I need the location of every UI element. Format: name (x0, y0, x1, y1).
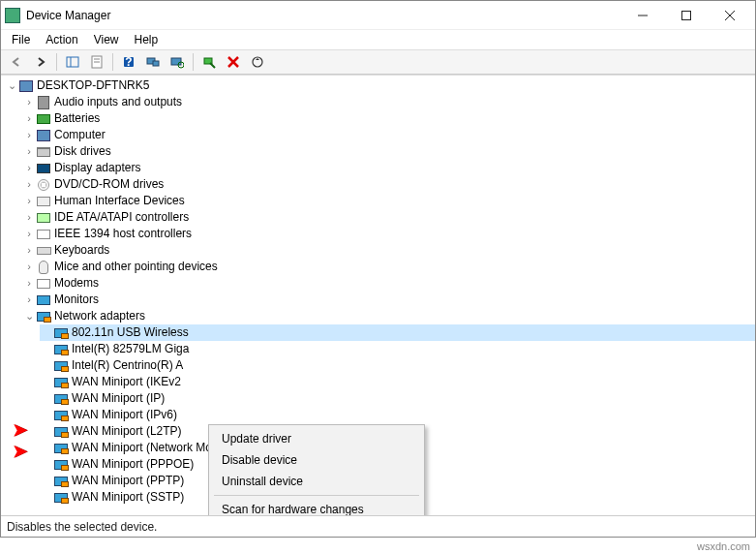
drive-icon (36, 144, 51, 160)
ide-icon (36, 210, 51, 226)
category-label: Modems (54, 275, 99, 292)
modem-icon (36, 276, 51, 292)
tree-device[interactable]: Intel(R) 82579LM Giga (40, 341, 755, 357)
tree-device[interactable]: WAN Miniport (IPv6) (40, 407, 755, 423)
chevron-right-icon[interactable]: › (22, 176, 36, 193)
battery-icon (36, 111, 51, 127)
close-button[interactable] (708, 2, 751, 29)
chevron-right-icon[interactable]: › (22, 275, 36, 292)
device-manager-window: Device Manager File Action View Help ? ⌄ (0, 0, 756, 538)
tree-category[interactable]: › Batteries (22, 110, 755, 127)
watermark: wsxdn.com (697, 540, 750, 552)
app-icon (5, 8, 20, 23)
ctx-scan-hardware[interactable]: Scan for hardware changes (212, 499, 421, 515)
help-icon[interactable]: ? (117, 51, 140, 73)
tree-category[interactable]: › Human Interface Devices (22, 193, 755, 209)
device-label: WAN Miniport (IP) (72, 390, 165, 407)
dvd-icon (36, 177, 51, 193)
tree-root[interactable]: ⌄ DESKTOP-DFTNRK5 (5, 77, 755, 94)
category-label: Batteries (54, 110, 100, 127)
toolbar: ? (1, 49, 755, 75)
expander-icon[interactable]: ⌄ (5, 77, 18, 94)
ctx-disable-device[interactable]: Disable device (212, 449, 421, 471)
1394-icon (36, 227, 51, 242)
computer-icon (36, 128, 51, 143)
category-label: Computer (54, 127, 106, 143)
scan-hardware-icon[interactable] (166, 51, 189, 73)
chevron-right-icon[interactable]: › (22, 94, 36, 110)
device-label: 802.11n USB Wireless (72, 324, 189, 341)
chevron-right-icon[interactable]: › (22, 292, 36, 308)
update-driver-icon[interactable] (246, 51, 269, 73)
tree-category[interactable]: › IEEE 1394 host controllers (22, 226, 755, 242)
chevron-right-icon[interactable]: › (22, 160, 36, 176)
tree-category[interactable]: › Audio inputs and outputs (22, 94, 755, 110)
chevron-right-icon[interactable]: › (22, 259, 36, 275)
tree-category[interactable]: › Computer (22, 127, 755, 143)
category-label: Human Interface Devices (54, 193, 185, 209)
tree-category[interactable]: › Mice and other pointing devices (22, 259, 755, 275)
menu-file[interactable]: File (5, 31, 37, 48)
network-adapter-icon (53, 457, 69, 473)
tree-category[interactable]: › Modems (22, 275, 755, 292)
network-adapter-icon (53, 424, 69, 440)
show-all-icon[interactable] (61, 51, 84, 73)
mouse-icon (36, 260, 51, 275)
tree-category[interactable]: › Disk drives (22, 143, 755, 160)
tree-category[interactable]: › Monitors (22, 292, 755, 308)
root-label: DESKTOP-DFTNRK5 (37, 77, 149, 94)
ctx-update-driver[interactable]: Update driver (212, 428, 421, 449)
chevron-right-icon[interactable]: › (22, 143, 36, 160)
category-label: Keyboards (54, 242, 109, 259)
ctx-uninstall-device[interactable]: Uninstall device (212, 471, 421, 492)
category-label: Display adapters (54, 160, 140, 176)
chevron-right-icon[interactable]: › (22, 110, 36, 127)
device-label: Intel(R) Centrino(R) A (72, 357, 183, 374)
chevron-right-icon[interactable]: › (22, 242, 36, 259)
minimize-button[interactable] (620, 2, 664, 29)
chevron-right-icon[interactable]: › (22, 209, 36, 226)
content-area: ⌄ DESKTOP-DFTNRK5 › Audio inputs and out… (1, 75, 755, 515)
menubar: File Action View Help (1, 30, 755, 49)
tree-category-network[interactable]: ⌄ Network adapters (22, 308, 755, 324)
uninstall-icon[interactable] (222, 51, 245, 73)
svg-rect-13 (171, 58, 181, 65)
chevron-right-icon[interactable]: › (22, 127, 36, 143)
device-label: WAN Miniport (PPPOE) (72, 456, 194, 473)
tree-device[interactable]: WAN Miniport (IP) (40, 390, 755, 407)
device-label: WAN Miniport (IKEv2 (72, 374, 181, 390)
devices-icon[interactable] (141, 51, 165, 73)
properties-sheet-icon[interactable] (85, 51, 108, 73)
menu-view[interactable]: View (87, 31, 126, 48)
tree-device[interactable]: Intel(R) Centrino(R) A (40, 357, 755, 374)
category-label: Network adapters (54, 308, 145, 324)
statusbar: Disables the selected device. (1, 515, 755, 537)
back-arrow-icon[interactable] (5, 51, 28, 73)
category-label: Monitors (54, 292, 99, 308)
category-label: DVD/CD-ROM drives (54, 176, 164, 193)
menu-action[interactable]: Action (39, 31, 84, 48)
chevron-right-icon[interactable]: › (22, 226, 36, 242)
tree-device[interactable]: 802.11n USB Wireless (40, 324, 755, 341)
tree-category[interactable]: › Display adapters (22, 160, 755, 176)
context-menu: Update driver Disable device Uninstall d… (208, 424, 425, 515)
network-adapter-icon (53, 441, 69, 456)
category-label: Mice and other pointing devices (54, 259, 218, 275)
device-label: WAN Miniport (SSTP) (72, 489, 184, 506)
enable-device-icon[interactable] (197, 51, 221, 73)
category-label: Audio inputs and outputs (54, 94, 182, 110)
chevron-right-icon[interactable]: › (22, 193, 36, 209)
monitor-icon (36, 292, 51, 308)
svg-rect-12 (153, 61, 159, 66)
network-adapter-icon (53, 474, 69, 489)
tree-category[interactable]: › DVD/CD-ROM drives (22, 176, 755, 193)
maximize-button[interactable] (664, 2, 708, 29)
chevron-down-icon[interactable]: ⌄ (22, 308, 36, 324)
network-adapter-icon (53, 490, 69, 506)
tree-category[interactable]: › IDE ATA/ATAPI controllers (22, 209, 755, 226)
menu-help[interactable]: Help (128, 31, 166, 48)
forward-arrow-icon[interactable] (29, 51, 52, 73)
tree-device[interactable]: WAN Miniport (IKEv2 (40, 374, 755, 390)
tree-category[interactable]: › Keyboards (22, 242, 755, 259)
network-adapter-icon (53, 342, 69, 357)
